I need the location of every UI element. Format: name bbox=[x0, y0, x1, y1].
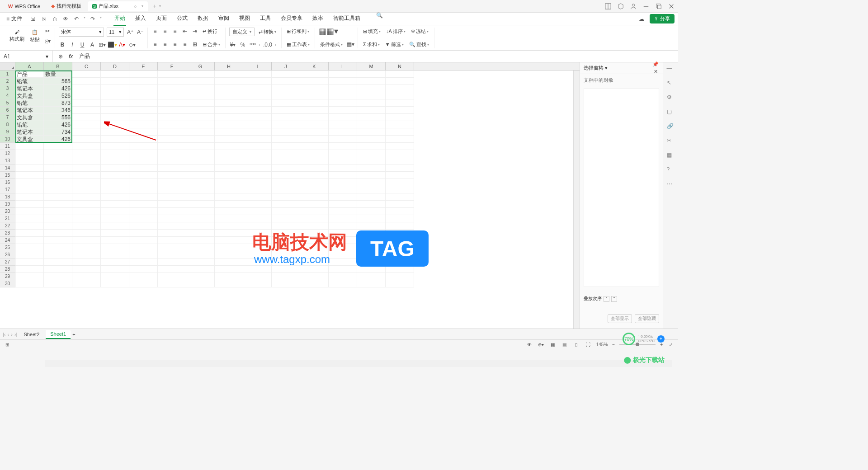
cell[interactable] bbox=[186, 121, 215, 128]
column-header[interactable]: E bbox=[129, 62, 158, 70]
row-header[interactable]: 25 bbox=[0, 244, 15, 251]
cell[interactable] bbox=[215, 128, 243, 136]
cell[interactable] bbox=[72, 193, 101, 201]
cell[interactable] bbox=[186, 143, 215, 150]
row-header[interactable]: 22 bbox=[0, 222, 15, 230]
cell[interactable] bbox=[215, 136, 243, 143]
link-icon[interactable]: 🔗 bbox=[667, 123, 675, 131]
cell[interactable] bbox=[215, 143, 243, 150]
cell[interactable] bbox=[72, 280, 101, 287]
cell[interactable] bbox=[101, 107, 129, 114]
cell[interactable] bbox=[386, 201, 414, 208]
row-header[interactable]: 30 bbox=[0, 280, 15, 287]
cell[interactable] bbox=[386, 121, 414, 128]
cell[interactable] bbox=[386, 266, 414, 273]
cell[interactable] bbox=[101, 92, 129, 99]
cell[interactable] bbox=[329, 215, 357, 222]
cell[interactable] bbox=[272, 99, 300, 107]
next-icon[interactable]: › bbox=[11, 332, 13, 337]
cell[interactable] bbox=[72, 121, 101, 128]
tab-start[interactable]: 开始 bbox=[113, 12, 126, 26]
cell[interactable] bbox=[101, 273, 129, 280]
column-header[interactable]: N bbox=[386, 62, 414, 70]
chevron-down-icon[interactable]: ▾ bbox=[159, 4, 161, 8]
cell[interactable] bbox=[329, 143, 357, 150]
tab-smart[interactable]: 智能工具箱 bbox=[332, 12, 361, 26]
tools-icon[interactable]: ✂ bbox=[667, 137, 675, 146]
cell[interactable] bbox=[300, 215, 329, 222]
cell[interactable] bbox=[386, 85, 414, 92]
cell[interactable] bbox=[129, 107, 158, 114]
close-icon[interactable] bbox=[668, 3, 675, 9]
cell[interactable] bbox=[72, 258, 101, 266]
row-header[interactable]: 10 bbox=[0, 136, 15, 143]
cell[interactable] bbox=[329, 222, 357, 230]
cell[interactable] bbox=[386, 222, 414, 230]
cube-icon[interactable] bbox=[618, 3, 624, 9]
column-header[interactable]: B bbox=[44, 62, 72, 70]
cell[interactable] bbox=[72, 143, 101, 150]
cell[interactable] bbox=[329, 121, 357, 128]
cell[interactable] bbox=[15, 157, 44, 164]
align-left-icon[interactable]: ≡ bbox=[151, 41, 159, 48]
cell[interactable] bbox=[158, 99, 186, 107]
tab-document[interactable]: S 产品.xlsx ○ ▾ bbox=[88, 1, 148, 11]
cell[interactable] bbox=[215, 150, 243, 157]
target-icon[interactable]: ⊕▾ bbox=[538, 341, 545, 348]
preview-icon[interactable]: 👁 bbox=[62, 15, 69, 23]
cell[interactable] bbox=[215, 222, 243, 230]
cell[interactable] bbox=[15, 143, 44, 150]
cell[interactable] bbox=[72, 172, 101, 179]
table-icon[interactable]: ▦ bbox=[667, 152, 675, 160]
cell[interactable]: 笔记本 bbox=[15, 107, 44, 114]
share-button[interactable]: ⇪ 分享 bbox=[650, 14, 675, 24]
cell[interactable] bbox=[186, 244, 215, 251]
cell[interactable] bbox=[215, 186, 243, 193]
cell[interactable] bbox=[272, 201, 300, 208]
cell[interactable] bbox=[215, 208, 243, 215]
cell[interactable] bbox=[186, 114, 215, 121]
row-header[interactable]: 14 bbox=[0, 164, 15, 172]
cell[interactable] bbox=[329, 114, 357, 121]
cell[interactable] bbox=[300, 136, 329, 143]
cell[interactable] bbox=[272, 164, 300, 172]
cell[interactable] bbox=[186, 215, 215, 222]
cell[interactable]: 文具盒 bbox=[15, 92, 44, 99]
format-painter-button[interactable]: 🖌 格式刷 bbox=[8, 29, 26, 43]
cell[interactable] bbox=[129, 92, 158, 99]
cell[interactable] bbox=[357, 136, 386, 143]
tab-page[interactable]: 页面 bbox=[155, 12, 168, 26]
cell[interactable] bbox=[215, 193, 243, 201]
cell[interactable] bbox=[129, 70, 158, 78]
cell[interactable] bbox=[44, 280, 72, 287]
row-header[interactable]: 11 bbox=[0, 143, 15, 150]
cell[interactable] bbox=[357, 85, 386, 92]
chevron-down-icon[interactable]: ▾ bbox=[84, 15, 85, 23]
cell[interactable] bbox=[300, 107, 329, 114]
cell[interactable] bbox=[300, 172, 329, 179]
cell[interactable] bbox=[72, 230, 101, 237]
cell[interactable] bbox=[44, 230, 72, 237]
cell[interactable] bbox=[158, 280, 186, 287]
cell[interactable] bbox=[158, 114, 186, 121]
cell[interactable] bbox=[72, 266, 101, 273]
cell[interactable] bbox=[186, 193, 215, 201]
cell[interactable] bbox=[129, 172, 158, 179]
up-icon[interactable]: ˄ bbox=[604, 296, 609, 302]
cell[interactable] bbox=[72, 208, 101, 215]
cell[interactable] bbox=[44, 215, 72, 222]
currency-icon[interactable]: ¥▾ bbox=[229, 41, 236, 48]
cell[interactable] bbox=[44, 193, 72, 201]
cell[interactable] bbox=[129, 164, 158, 172]
cell[interactable] bbox=[101, 215, 129, 222]
cell[interactable] bbox=[158, 244, 186, 251]
cell[interactable] bbox=[272, 215, 300, 222]
cell-style-icon[interactable]: ▦▾ bbox=[329, 28, 336, 35]
tab-data[interactable]: 数据 bbox=[197, 12, 209, 26]
cell[interactable] bbox=[386, 78, 414, 85]
cell[interactable]: 产品 bbox=[15, 70, 44, 78]
cell[interactable] bbox=[44, 143, 72, 150]
row-header[interactable]: 5 bbox=[0, 99, 15, 107]
cell[interactable]: 数量 bbox=[44, 70, 72, 78]
cell[interactable]: 文具盒 bbox=[15, 136, 44, 143]
